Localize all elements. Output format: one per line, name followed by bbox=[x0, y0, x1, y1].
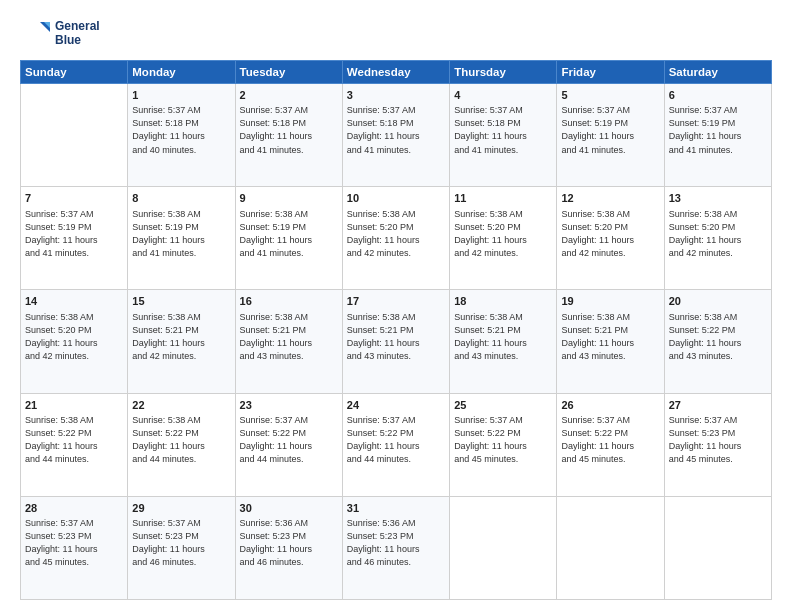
day-info: Sunrise: 5:37 AM Sunset: 5:22 PM Dayligh… bbox=[561, 414, 659, 466]
day-info: Sunrise: 5:38 AM Sunset: 5:20 PM Dayligh… bbox=[454, 208, 552, 260]
day-cell: 5Sunrise: 5:37 AM Sunset: 5:19 PM Daylig… bbox=[557, 84, 664, 187]
day-cell: 4Sunrise: 5:37 AM Sunset: 5:18 PM Daylig… bbox=[450, 84, 557, 187]
day-cell: 2Sunrise: 5:37 AM Sunset: 5:18 PM Daylig… bbox=[235, 84, 342, 187]
day-cell bbox=[664, 496, 771, 599]
logo-graphic: General Blue bbox=[20, 18, 100, 50]
day-info: Sunrise: 5:38 AM Sunset: 5:21 PM Dayligh… bbox=[132, 311, 230, 363]
day-info: Sunrise: 5:38 AM Sunset: 5:22 PM Dayligh… bbox=[669, 311, 767, 363]
day-cell bbox=[21, 84, 128, 187]
day-cell: 28Sunrise: 5:37 AM Sunset: 5:23 PM Dayli… bbox=[21, 496, 128, 599]
week-row: 28Sunrise: 5:37 AM Sunset: 5:23 PM Dayli… bbox=[21, 496, 772, 599]
day-info: Sunrise: 5:38 AM Sunset: 5:19 PM Dayligh… bbox=[240, 208, 338, 260]
day-number: 17 bbox=[347, 294, 445, 309]
day-cell: 9Sunrise: 5:38 AM Sunset: 5:19 PM Daylig… bbox=[235, 187, 342, 290]
week-row: 7Sunrise: 5:37 AM Sunset: 5:19 PM Daylig… bbox=[21, 187, 772, 290]
day-cell: 22Sunrise: 5:38 AM Sunset: 5:22 PM Dayli… bbox=[128, 393, 235, 496]
day-number: 9 bbox=[240, 191, 338, 206]
day-cell: 26Sunrise: 5:37 AM Sunset: 5:22 PM Dayli… bbox=[557, 393, 664, 496]
day-cell bbox=[557, 496, 664, 599]
day-number: 14 bbox=[25, 294, 123, 309]
day-cell: 20Sunrise: 5:38 AM Sunset: 5:22 PM Dayli… bbox=[664, 290, 771, 393]
day-info: Sunrise: 5:37 AM Sunset: 5:18 PM Dayligh… bbox=[454, 104, 552, 156]
calendar-table: SundayMondayTuesdayWednesdayThursdayFrid… bbox=[20, 60, 772, 600]
day-cell: 15Sunrise: 5:38 AM Sunset: 5:21 PM Dayli… bbox=[128, 290, 235, 393]
logo-line1: General bbox=[55, 20, 100, 34]
day-info: Sunrise: 5:37 AM Sunset: 5:18 PM Dayligh… bbox=[240, 104, 338, 156]
day-number: 16 bbox=[240, 294, 338, 309]
logo: General Blue bbox=[20, 18, 100, 50]
day-info: Sunrise: 5:37 AM Sunset: 5:19 PM Dayligh… bbox=[561, 104, 659, 156]
header-row: SundayMondayTuesdayWednesdayThursdayFrid… bbox=[21, 61, 772, 84]
day-cell: 29Sunrise: 5:37 AM Sunset: 5:23 PM Dayli… bbox=[128, 496, 235, 599]
day-number: 24 bbox=[347, 398, 445, 413]
day-cell: 27Sunrise: 5:37 AM Sunset: 5:23 PM Dayli… bbox=[664, 393, 771, 496]
day-number: 13 bbox=[669, 191, 767, 206]
day-cell: 30Sunrise: 5:36 AM Sunset: 5:23 PM Dayli… bbox=[235, 496, 342, 599]
day-info: Sunrise: 5:37 AM Sunset: 5:22 PM Dayligh… bbox=[347, 414, 445, 466]
day-number: 10 bbox=[347, 191, 445, 206]
day-number: 28 bbox=[25, 501, 123, 516]
day-header-saturday: Saturday bbox=[664, 61, 771, 84]
day-info: Sunrise: 5:37 AM Sunset: 5:19 PM Dayligh… bbox=[25, 208, 123, 260]
day-cell: 25Sunrise: 5:37 AM Sunset: 5:22 PM Dayli… bbox=[450, 393, 557, 496]
calendar-header: SundayMondayTuesdayWednesdayThursdayFrid… bbox=[21, 61, 772, 84]
day-number: 3 bbox=[347, 88, 445, 103]
calendar-body: 1Sunrise: 5:37 AM Sunset: 5:18 PM Daylig… bbox=[21, 84, 772, 600]
day-cell: 13Sunrise: 5:38 AM Sunset: 5:20 PM Dayli… bbox=[664, 187, 771, 290]
day-info: Sunrise: 5:36 AM Sunset: 5:23 PM Dayligh… bbox=[240, 517, 338, 569]
day-info: Sunrise: 5:37 AM Sunset: 5:23 PM Dayligh… bbox=[132, 517, 230, 569]
day-number: 23 bbox=[240, 398, 338, 413]
week-row: 1Sunrise: 5:37 AM Sunset: 5:18 PM Daylig… bbox=[21, 84, 772, 187]
day-cell: 12Sunrise: 5:38 AM Sunset: 5:20 PM Dayli… bbox=[557, 187, 664, 290]
logo-svg bbox=[20, 18, 52, 50]
day-info: Sunrise: 5:38 AM Sunset: 5:21 PM Dayligh… bbox=[240, 311, 338, 363]
day-number: 30 bbox=[240, 501, 338, 516]
day-number: 29 bbox=[132, 501, 230, 516]
day-cell: 3Sunrise: 5:37 AM Sunset: 5:18 PM Daylig… bbox=[342, 84, 449, 187]
day-info: Sunrise: 5:38 AM Sunset: 5:20 PM Dayligh… bbox=[561, 208, 659, 260]
day-number: 8 bbox=[132, 191, 230, 206]
day-number: 20 bbox=[669, 294, 767, 309]
day-header-monday: Monday bbox=[128, 61, 235, 84]
day-info: Sunrise: 5:37 AM Sunset: 5:23 PM Dayligh… bbox=[669, 414, 767, 466]
day-cell: 19Sunrise: 5:38 AM Sunset: 5:21 PM Dayli… bbox=[557, 290, 664, 393]
day-number: 18 bbox=[454, 294, 552, 309]
day-number: 1 bbox=[132, 88, 230, 103]
day-number: 22 bbox=[132, 398, 230, 413]
day-header-wednesday: Wednesday bbox=[342, 61, 449, 84]
week-row: 21Sunrise: 5:38 AM Sunset: 5:22 PM Dayli… bbox=[21, 393, 772, 496]
day-number: 31 bbox=[347, 501, 445, 516]
day-info: Sunrise: 5:38 AM Sunset: 5:20 PM Dayligh… bbox=[25, 311, 123, 363]
day-info: Sunrise: 5:37 AM Sunset: 5:22 PM Dayligh… bbox=[454, 414, 552, 466]
day-number: 4 bbox=[454, 88, 552, 103]
day-header-thursday: Thursday bbox=[450, 61, 557, 84]
day-cell: 21Sunrise: 5:38 AM Sunset: 5:22 PM Dayli… bbox=[21, 393, 128, 496]
day-cell: 24Sunrise: 5:37 AM Sunset: 5:22 PM Dayli… bbox=[342, 393, 449, 496]
day-info: Sunrise: 5:38 AM Sunset: 5:21 PM Dayligh… bbox=[347, 311, 445, 363]
day-info: Sunrise: 5:37 AM Sunset: 5:18 PM Dayligh… bbox=[347, 104, 445, 156]
day-header-friday: Friday bbox=[557, 61, 664, 84]
day-number: 5 bbox=[561, 88, 659, 103]
day-number: 2 bbox=[240, 88, 338, 103]
day-cell: 7Sunrise: 5:37 AM Sunset: 5:19 PM Daylig… bbox=[21, 187, 128, 290]
day-cell: 10Sunrise: 5:38 AM Sunset: 5:20 PM Dayli… bbox=[342, 187, 449, 290]
day-number: 15 bbox=[132, 294, 230, 309]
header: General Blue bbox=[20, 18, 772, 50]
day-info: Sunrise: 5:37 AM Sunset: 5:19 PM Dayligh… bbox=[669, 104, 767, 156]
day-info: Sunrise: 5:37 AM Sunset: 5:23 PM Dayligh… bbox=[25, 517, 123, 569]
day-info: Sunrise: 5:38 AM Sunset: 5:20 PM Dayligh… bbox=[347, 208, 445, 260]
day-number: 26 bbox=[561, 398, 659, 413]
page: General Blue SundayMondayTuesdayWednesda… bbox=[0, 0, 792, 612]
day-cell: 6Sunrise: 5:37 AM Sunset: 5:19 PM Daylig… bbox=[664, 84, 771, 187]
day-cell: 23Sunrise: 5:37 AM Sunset: 5:22 PM Dayli… bbox=[235, 393, 342, 496]
day-cell: 16Sunrise: 5:38 AM Sunset: 5:21 PM Dayli… bbox=[235, 290, 342, 393]
day-info: Sunrise: 5:38 AM Sunset: 5:21 PM Dayligh… bbox=[454, 311, 552, 363]
day-header-sunday: Sunday bbox=[21, 61, 128, 84]
day-info: Sunrise: 5:38 AM Sunset: 5:22 PM Dayligh… bbox=[25, 414, 123, 466]
day-info: Sunrise: 5:38 AM Sunset: 5:21 PM Dayligh… bbox=[561, 311, 659, 363]
week-row: 14Sunrise: 5:38 AM Sunset: 5:20 PM Dayli… bbox=[21, 290, 772, 393]
day-info: Sunrise: 5:37 AM Sunset: 5:22 PM Dayligh… bbox=[240, 414, 338, 466]
day-cell: 31Sunrise: 5:36 AM Sunset: 5:23 PM Dayli… bbox=[342, 496, 449, 599]
day-number: 11 bbox=[454, 191, 552, 206]
day-number: 6 bbox=[669, 88, 767, 103]
